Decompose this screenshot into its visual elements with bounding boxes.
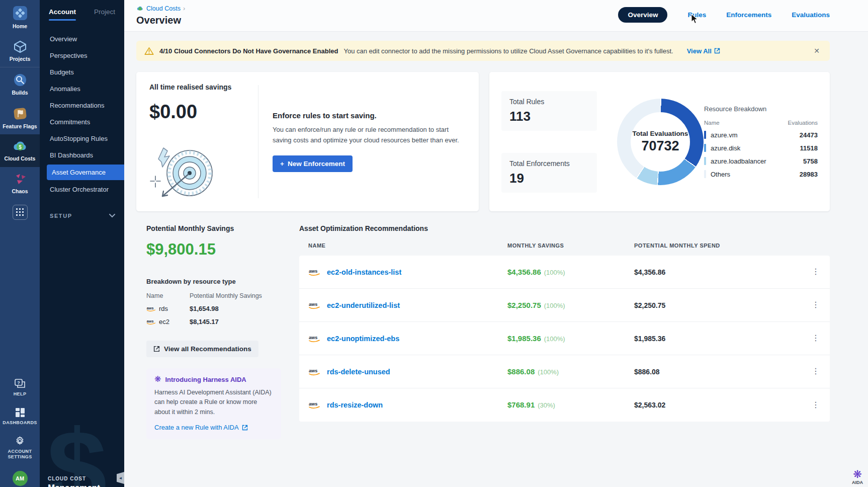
legend-row: azure.disk 11518 xyxy=(704,144,818,152)
realised-savings-label: All time realised savings xyxy=(149,83,258,91)
tab-overview[interactable]: Overview xyxy=(618,7,667,23)
cloud-costs-breadcrumb-icon xyxy=(136,6,144,12)
sidebar-item-recommendations[interactable]: Recommendations xyxy=(40,97,124,114)
row-actions-menu[interactable]: ⋮ xyxy=(812,336,820,341)
external-link-icon xyxy=(242,425,248,431)
aida-flower-icon: ❋ xyxy=(154,375,161,383)
page-content: 4/10 Cloud Connectors Do Not Have Govern… xyxy=(124,32,868,439)
col-header-monthly-savings: MONTHLY SAVINGS xyxy=(507,242,634,249)
rail-item-home[interactable]: Home xyxy=(0,0,40,35)
sidebar-setup-toggle[interactable]: SETUP xyxy=(40,213,124,219)
total-enforcements-value: 19 xyxy=(509,171,589,186)
rail-item-chaos[interactable]: Chaos xyxy=(0,167,40,200)
tab-evaluations[interactable]: Evaluations xyxy=(792,11,830,19)
tab-project[interactable]: Project xyxy=(94,8,115,16)
recommendation-link[interactable]: ec2-unoptimized-ebs xyxy=(327,335,399,343)
user-avatar[interactable]: AM xyxy=(13,471,28,486)
potential-savings-column: Potential Monthly Savings $9,800.15 Brea… xyxy=(146,224,281,439)
view-all-recommendations-button[interactable]: View all Recommendations xyxy=(146,341,258,357)
recommendation-link[interactable]: rds-resize-down xyxy=(327,401,383,409)
resource-breakdown-legend: Resource Breakdown Name Evaluations azur… xyxy=(704,105,818,178)
svg-text:$: $ xyxy=(19,144,22,150)
potential-spend-value: $2,563.02 xyxy=(634,401,802,409)
legend-value: 28983 xyxy=(800,171,818,178)
monthly-savings-value: $1,985.36 xyxy=(507,334,541,343)
potential-spend-value: $4,356.86 xyxy=(634,268,802,276)
savings-percent: (100%) xyxy=(538,368,559,376)
legend-chip xyxy=(704,131,706,139)
cloud-costs-sidebar: Account Project Overview Perspectives Bu… xyxy=(40,0,124,487)
tab-rules[interactable]: Rules xyxy=(687,11,706,19)
sidebar-item-budgets[interactable]: Budgets xyxy=(40,64,124,80)
table-row: aws ec2-underutilized-list $2,250.75(100… xyxy=(299,289,830,322)
module-rail: Home Projects Builds Feature Flags $ Clo… xyxy=(0,0,40,487)
savings-section: Potential Monthly Savings $9,800.15 Brea… xyxy=(136,224,830,439)
tab-enforcements[interactable]: Enforcements xyxy=(726,11,771,19)
sidebar-item-commitments[interactable]: Commitments xyxy=(40,114,124,130)
sidebar-item-asset-governance[interactable]: Asset Governance xyxy=(47,165,124,180)
rail-item-projects[interactable]: Projects xyxy=(0,35,40,67)
sidebar-item-bi-dashboards[interactable]: BI Dashboards xyxy=(40,147,124,164)
donut-center-value: 70732 xyxy=(641,138,679,154)
legend-chip xyxy=(704,144,706,152)
rail-item-cloud-costs[interactable]: $ Cloud Costs xyxy=(0,134,40,167)
col-name: Name xyxy=(146,292,190,299)
recommendations-table: aws ec2-old-instances-list $4,356.86(100… xyxy=(299,256,830,422)
view-all-label: View All xyxy=(687,47,712,55)
aws-logo-icon: aws xyxy=(146,318,156,325)
legend-name: azure.vm xyxy=(711,131,737,139)
plus-icon: + xyxy=(280,160,284,168)
breadcrumb[interactable]: Cloud Costs › xyxy=(136,5,185,12)
aws-logo-icon: aws xyxy=(308,268,320,276)
scope-tabs: Account Project xyxy=(40,0,124,24)
recommendation-link[interactable]: ec2-old-instances-list xyxy=(327,268,401,276)
rail-label: Builds xyxy=(12,90,28,96)
potential-spend-value: $1,985.36 xyxy=(634,335,802,343)
svg-text:aws: aws xyxy=(309,335,317,340)
rail-item-dashboards[interactable]: DASHBOARDS xyxy=(0,402,40,431)
row-actions-menu[interactable]: ⋮ xyxy=(812,369,820,374)
recommendation-link[interactable]: ec2-underutilized-list xyxy=(327,301,400,309)
row-actions-menu[interactable]: ⋮ xyxy=(812,403,820,408)
svg-text:?: ? xyxy=(17,380,20,385)
rail-item-help[interactable]: ? HELP xyxy=(0,373,40,402)
tab-account[interactable]: Account xyxy=(49,8,76,21)
rail-item-builds[interactable]: Builds xyxy=(0,67,40,101)
create-rule-with-aida-link[interactable]: Create a new Rule with AIDA xyxy=(154,424,273,431)
monthly-savings-value: $768.91 xyxy=(507,400,535,409)
row-actions-menu[interactable]: ⋮ xyxy=(812,270,820,274)
aida-floating-button[interactable]: ❋ AIDA xyxy=(852,469,863,485)
table-row: aws rds-resize-down $768.91(30%) $2,563.… xyxy=(299,388,830,422)
rail-item-feature-flags[interactable]: Feature Flags xyxy=(0,101,40,135)
module-grid-button[interactable] xyxy=(13,205,28,220)
rail-item-account-settings[interactable]: ACCOUNT SETTINGS xyxy=(0,430,40,465)
recommendation-link[interactable]: rds-delete-unused xyxy=(327,368,390,376)
sidebar-item-anomalies[interactable]: Anomalies xyxy=(40,80,124,97)
collapse-icon: ◄ xyxy=(119,476,123,480)
sidebar-item-perspectives[interactable]: Perspectives xyxy=(40,47,124,64)
sidebar-item-overview[interactable]: Overview xyxy=(40,31,124,47)
dashboards-icon xyxy=(15,408,25,418)
aws-logo-icon: aws xyxy=(308,335,320,343)
tab-account-label: Account xyxy=(49,8,76,16)
donut-center-label: Total Evaluations xyxy=(633,130,688,137)
enforce-description: You can enforce/run any rule or rule rec… xyxy=(273,125,466,145)
legend-row: azure.vm 24473 xyxy=(704,131,818,139)
breadcrumb-separator: › xyxy=(183,5,185,12)
total-enforcements-tile: Total Enforcements 19 xyxy=(501,153,597,193)
legend-name: azure.loadbalancer xyxy=(711,157,766,165)
banner-close-button[interactable]: ✕ xyxy=(812,45,822,57)
monthly-savings-value: $2,250.75 xyxy=(507,301,541,309)
builds-icon xyxy=(13,73,27,87)
sidebar-item-cluster-orchestrator[interactable]: Cluster Orchestrator xyxy=(40,181,124,198)
row-actions-menu[interactable]: ⋮ xyxy=(812,303,820,307)
rail-label: Home xyxy=(13,23,27,30)
projects-cube-icon xyxy=(14,40,27,53)
new-enforcement-label: New Enforcement xyxy=(288,160,345,168)
potential-savings-title: Potential Monthly Savings xyxy=(146,224,281,232)
sidebar-item-autostopping-rules[interactable]: AutoStopping Rules xyxy=(40,130,124,147)
new-enforcement-button[interactable]: + New Enforcement xyxy=(273,155,353,172)
banner-view-all-link[interactable]: View All xyxy=(687,47,720,55)
banner-headline: 4/10 Cloud Connectors Do Not Have Govern… xyxy=(159,47,338,55)
aws-logo-icon: aws xyxy=(308,401,320,409)
